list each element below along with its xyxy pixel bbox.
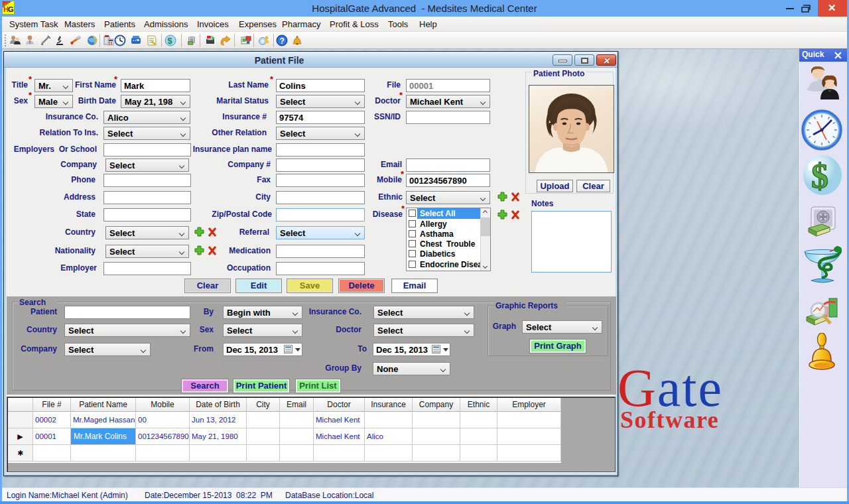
svg-text:?: ? — [280, 36, 285, 46]
svg-text:G: G — [8, 5, 14, 13]
svg-text:$: $ — [811, 157, 828, 195]
svg-text:$: $ — [168, 36, 173, 46]
